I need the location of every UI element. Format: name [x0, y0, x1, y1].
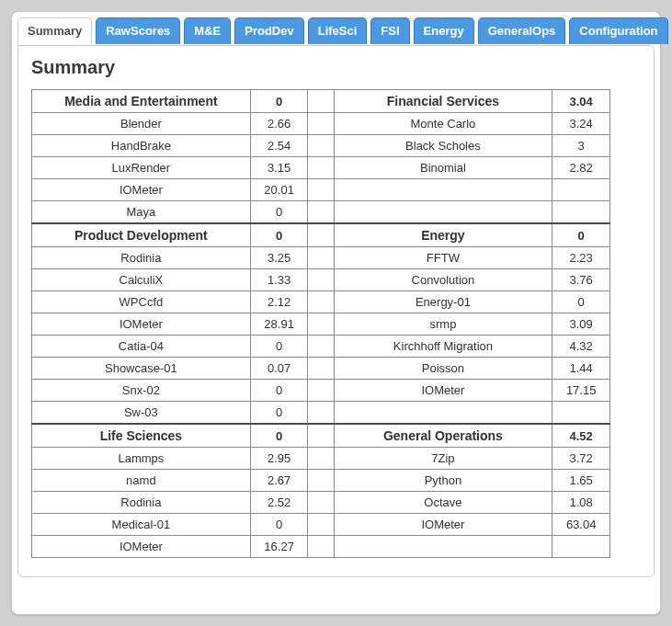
tab-me[interactable]: M&E: [184, 17, 231, 44]
metric-name-left: Maya: [32, 201, 251, 224]
metric-name-left: WPCcfd: [32, 291, 251, 313]
table-spacer: [308, 157, 334, 179]
table-spacer: [308, 424, 334, 448]
table-spacer: [308, 135, 334, 157]
metric-value-left: 1.33: [250, 269, 308, 291]
table-spacer: [308, 536, 334, 558]
table-spacer: [308, 313, 334, 336]
metric-name-right: Octave: [334, 492, 552, 514]
metric-value-left: 3.15: [250, 157, 308, 179]
metric-value-left: 0: [250, 380, 308, 402]
category-header-right: General Operations: [334, 424, 552, 448]
metric-value-left: 2.67: [250, 470, 308, 492]
category-header-right: Financial Services: [334, 90, 552, 113]
metric-value-left: 2.52: [250, 492, 308, 514]
table-spacer: [308, 492, 334, 514]
metric-value-right: 3.72: [552, 448, 610, 470]
metric-name-left: Showcase-01: [32, 358, 251, 380]
metric-name-right: srmp: [334, 313, 552, 336]
metric-value-right: 3.24: [552, 113, 610, 135]
metric-name-right: FFTW: [334, 247, 552, 269]
table-spacer: [308, 247, 334, 269]
metric-value-right: 3: [552, 135, 610, 157]
metric-name-left: LuxRender: [32, 157, 251, 179]
tab-content: Summary Media and Entertainment0Financia…: [17, 45, 655, 577]
category-header-left: Product Development: [32, 223, 251, 247]
metric-name-right: Convolution: [334, 269, 552, 291]
metric-name-right: Kirchhoff Migration: [334, 336, 552, 358]
category-header-right: Energy: [334, 223, 552, 247]
metric-value-left: 0: [250, 402, 308, 425]
category-header-left: Life Sciences: [32, 424, 251, 448]
table-spacer: [308, 380, 334, 402]
metric-value-right: 1.08: [552, 492, 610, 514]
metric-value-right: 2.23: [552, 247, 610, 269]
metric-value-left: 2.95: [250, 448, 308, 470]
tab-summary[interactable]: Summary: [17, 17, 92, 44]
tab-lifesci[interactable]: LifeSci: [308, 17, 368, 44]
metric-name-right: [334, 201, 552, 224]
metric-name-left: Snx-02: [32, 380, 251, 402]
metric-name-left: CalculiX: [32, 269, 251, 291]
metric-name-left: Rodinia: [32, 247, 251, 269]
metric-name-left: namd: [32, 470, 251, 492]
metric-name-left: Medical-01: [32, 514, 251, 536]
table-spacer: [308, 470, 334, 492]
metric-value-left: 2.12: [250, 291, 308, 313]
metric-name-right: IOMeter: [334, 380, 552, 402]
tab-rawscores[interactable]: RawScores: [96, 17, 180, 44]
metric-value-right: 3.76: [552, 269, 610, 291]
metric-value-right: [552, 536, 610, 558]
metric-value-right: 1.65: [552, 470, 610, 492]
metric-name-right: [334, 402, 552, 425]
metric-value-right: [552, 179, 610, 201]
metric-value-left: 28.91: [250, 313, 308, 336]
metric-value-right: 3.09: [552, 313, 610, 336]
metric-name-right: IOMeter: [334, 514, 552, 536]
tab-generalops[interactable]: GeneralOps: [478, 17, 566, 44]
metric-value-right: 2.82: [552, 157, 610, 179]
metric-name-left: Rodinia: [32, 492, 251, 514]
table-spacer: [308, 448, 334, 470]
metric-value-left: 0: [250, 514, 308, 536]
metric-name-left: Lammps: [32, 448, 251, 470]
table-spacer: [308, 336, 334, 358]
summary-table: Media and Entertainment0Financial Servic…: [31, 89, 610, 558]
category-score-left: 0: [250, 90, 308, 113]
metric-value-left: 20.01: [250, 179, 308, 201]
metric-name-left: Blender: [32, 113, 251, 135]
metric-value-right: 0: [552, 291, 610, 313]
table-spacer: [308, 514, 334, 536]
tab-proddev[interactable]: ProdDev: [234, 17, 303, 44]
table-spacer: [308, 358, 334, 380]
metric-name-right: Binomial: [334, 157, 552, 179]
metric-value-right: 1.44: [552, 358, 610, 380]
category-score-left: 0: [250, 424, 308, 448]
category-header-left: Media and Entertainment: [32, 90, 251, 113]
table-spacer: [308, 223, 334, 247]
page-title: Summary: [31, 57, 641, 78]
table-spacer: [308, 201, 334, 224]
metric-value-right: 17.15: [552, 380, 610, 402]
table-spacer: [308, 402, 334, 425]
tab-config[interactable]: Configuration: [569, 17, 667, 44]
metric-value-right: [552, 201, 610, 224]
table-spacer: [308, 90, 334, 113]
metric-name-left: HandBrake: [32, 135, 251, 157]
metric-name-left: IOMeter: [32, 536, 251, 558]
category-score-right: 3.04: [552, 90, 610, 113]
table-spacer: [308, 113, 334, 135]
metric-name-right: 7Zip: [334, 448, 552, 470]
category-score-right: 4.52: [552, 424, 610, 448]
metric-name-right: [334, 179, 552, 201]
metric-name-right: Monte Carlo: [334, 113, 552, 135]
tab-energy[interactable]: Energy: [414, 17, 474, 44]
metric-name-right: Poisson: [334, 358, 552, 380]
tab-fsi[interactable]: FSI: [370, 17, 409, 44]
metric-name-right: Energy-01: [334, 291, 552, 313]
metric-name-left: Sw-03: [32, 402, 251, 425]
metric-value-left: 0: [250, 201, 308, 224]
main-panel: SummaryRawScoresM&EProdDevLifeSciFSIEner…: [11, 11, 661, 615]
metric-name-left: IOMeter: [32, 313, 251, 336]
metric-value-left: 0.07: [250, 358, 308, 380]
